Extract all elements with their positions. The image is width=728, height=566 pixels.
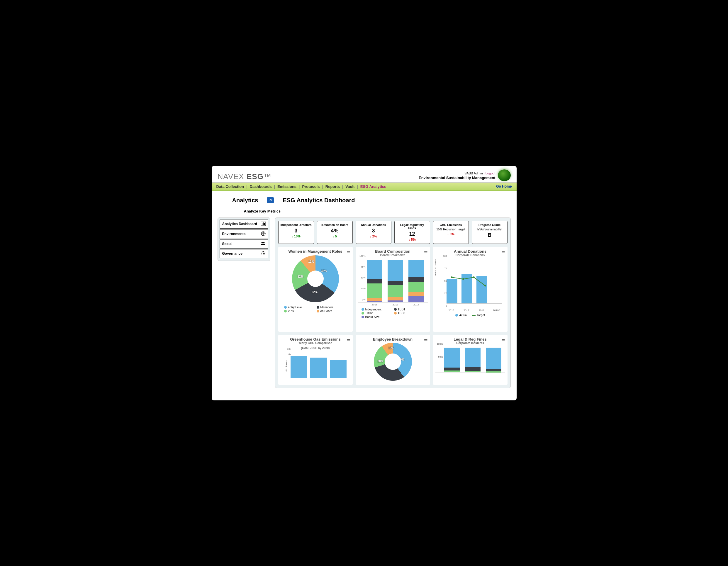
chart-menu-icon[interactable]: ☰	[347, 337, 350, 342]
sidebar-item-governance[interactable]: Governance	[220, 249, 268, 258]
kpi-label: Legal/Regulatory Fines	[396, 223, 428, 230]
kpi-progress-grade: Progress Grade ESG/Sustainability B	[472, 221, 508, 244]
bar	[310, 358, 327, 378]
bars: etric Tonnes 8k 10k	[281, 351, 350, 378]
logout-link[interactable]: Logout	[486, 171, 495, 175]
x-axis: 2016 2017 2018	[358, 302, 428, 306]
chart-legend: Entry Level Managers VP's on Board	[281, 304, 350, 315]
nav-protocols[interactable]: Protocols	[302, 184, 320, 189]
nav-dashboards[interactable]: Dashboards	[250, 184, 272, 189]
nav-data-collection[interactable]: Data Collection	[216, 184, 244, 189]
swatch-icon	[284, 306, 287, 309]
kpi-label: Progress Grade	[474, 223, 505, 227]
svg-point-6	[263, 242, 264, 243]
kpi-label: Annual Donations	[358, 223, 389, 227]
app-screen: NAVEX ESG™ SASB Admin | Logout Environme…	[212, 166, 517, 400]
kpi-delta: 5%	[396, 238, 428, 241]
refresh-button[interactable]: ⟲	[267, 197, 274, 203]
svg-rect-1	[262, 223, 262, 225]
bar	[330, 360, 347, 378]
kpi-women-board: % Women on Board 4% 5	[317, 221, 353, 244]
kpi-value: 3	[358, 228, 389, 234]
nav-esg-analytics[interactable]: ESG Analytics	[360, 184, 386, 189]
chart-subtitle: Board Breakdown	[358, 254, 428, 257]
logo-text-1: NAVEX	[218, 172, 244, 181]
kpi-annual-donations: Annual Donations 3 2%	[356, 221, 391, 244]
kpi-label: Independent Directors	[280, 223, 312, 227]
y-axis: 0 25 50 75 100	[439, 259, 448, 308]
svg-rect-3	[264, 223, 265, 225]
page-subtitle: Analyze Key Metrics	[212, 207, 517, 217]
slice-label: 40%	[398, 358, 404, 361]
legend-item: on Board	[317, 310, 347, 313]
body: Analytics Dashboard Environmental Social…	[212, 217, 517, 388]
bar-col	[465, 348, 481, 373]
bars	[447, 260, 502, 304]
nav-bar: Data Collection| Dashboards| Emissions| …	[212, 182, 517, 191]
chart-menu-icon[interactable]: ☰	[501, 249, 505, 254]
slice-label: 22%	[298, 275, 303, 278]
y-axis: 50% 100%	[435, 346, 444, 373]
stacked-bars: 0% 25% 50% 75% 100%	[358, 259, 428, 302]
sidebar-item-social[interactable]: Social	[220, 239, 268, 249]
kpi-ghg-emissions: GHG Emissions 15% Reduction Target 8%	[433, 221, 469, 244]
globe-outline-icon	[261, 231, 266, 237]
logo-tm: ™	[264, 172, 271, 181]
kpi-legal-fines: Legal/Regulatory Fines 12 5%	[394, 221, 430, 244]
chart-title: Legal & Reg Fines	[435, 337, 505, 341]
bar-col	[444, 348, 460, 373]
chart-menu-icon[interactable]: ☰	[501, 337, 505, 342]
kpi-delta: 10%	[280, 234, 312, 238]
sidebar-item-label: Environmental	[222, 232, 247, 236]
svg-rect-2	[263, 222, 264, 225]
chart-title: Greenhouse Gas Emissions	[281, 337, 350, 341]
bar	[461, 274, 472, 303]
swatch-icon	[394, 312, 397, 315]
nav-reports[interactable]: Reports	[325, 184, 340, 189]
sidebar-item-label: Social	[222, 242, 233, 246]
sidebar-item-environmental[interactable]: Environmental	[220, 229, 268, 239]
institution-icon	[261, 251, 266, 256]
chart-menu-icon[interactable]: ☰	[347, 249, 350, 254]
bar-col	[486, 348, 501, 373]
kpi-independent-directors: Independent Directors 3 10%	[278, 221, 314, 244]
go-home-link[interactable]: Go Home	[496, 184, 512, 188]
user-label: SASB Admin	[464, 171, 483, 175]
logo-text-2: ESG	[247, 172, 264, 181]
kpi-delta: 5	[319, 234, 351, 238]
kpi-value: 12	[396, 231, 428, 237]
swatch-icon	[362, 308, 364, 311]
sidebar-item-analytics-dashboard[interactable]: Analytics Dashboard	[220, 220, 268, 229]
kpi-value: B	[474, 232, 505, 238]
slice-label: 10%	[388, 346, 394, 350]
y-axis-label: Million of Dollars	[434, 259, 437, 276]
swatch-icon	[394, 308, 397, 311]
chart-title: Annual Donations	[435, 249, 505, 254]
tablet-frame: NAVEX ESG™ SASB Admin | Logout Environme…	[203, 157, 525, 409]
chart-board-composition: ☰ Board Composition Board Breakdown 0% 2…	[356, 247, 430, 332]
slice-label: 35%	[321, 269, 327, 273]
bar-col	[388, 260, 403, 302]
chart-annual-donations: ☰ Annual Donations Corporate Donations M…	[433, 247, 508, 332]
legend-item: Target	[472, 314, 485, 317]
swatch-icon	[455, 314, 458, 317]
chart-subtitle: Corporate Incidents	[435, 341, 505, 345]
chart-menu-icon[interactable]: ☰	[424, 337, 428, 342]
slice-label: 11%	[308, 260, 314, 263]
bar	[291, 356, 307, 378]
title-row: Analytics ⟲ ESG Analytics Dashboard	[212, 191, 517, 207]
chart-title: Women in Management Roles	[281, 249, 350, 254]
bar	[476, 276, 487, 303]
legend-item: Independent	[362, 308, 392, 311]
chart-legend: Independent TBD1 TBD2 TBD3 Board Size	[358, 306, 428, 320]
kpi-label: GHG Emissions	[435, 223, 467, 227]
nav-emissions[interactable]: Emissions	[277, 184, 296, 189]
logo: NAVEX ESG™	[218, 172, 271, 181]
charts-grid: ☰ Women in Management Roles 35% 32% 22% …	[278, 247, 508, 385]
user-line: SASB Admin | Logout	[419, 171, 495, 175]
nav-vault[interactable]: Vault	[345, 184, 354, 189]
chart-menu-icon[interactable]: ☰	[424, 249, 428, 254]
y-axis: 0% 25% 50% 75% 100%	[358, 259, 366, 302]
header-right: SASB Admin | Logout Environmental Sustai…	[419, 169, 511, 181]
donut-chart: 35% 32% 22% 11%	[292, 255, 339, 302]
